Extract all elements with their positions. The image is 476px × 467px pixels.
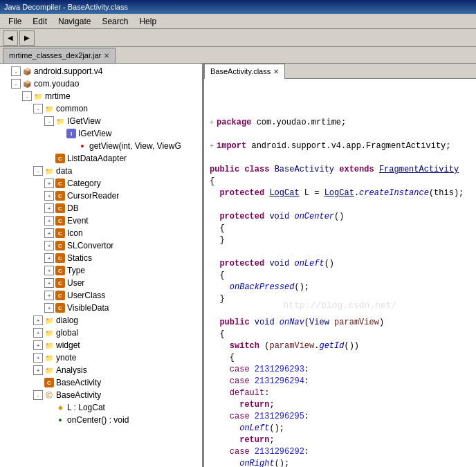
tree-toggle[interactable]: + [44,278,54,288]
line-plus[interactable]: + [210,143,214,150]
tree-toggle[interactable]: + [33,328,43,338]
tree-toggle[interactable]: + [44,216,54,226]
tree-toggle-spacer [44,154,54,163]
tree-node-com-youdao[interactable]: - 📦 com.youdao [0,77,202,90]
tree-node-ynote[interactable]: + 📁 ynote [0,351,202,364]
folder-icon: 📁 [44,365,54,375]
tree-toggle[interactable]: + [33,315,43,325]
tree-toggle-spacer [44,403,54,412]
tree-node-statics[interactable]: + C Statics [0,252,202,264]
tree-toggle[interactable]: + [44,241,54,250]
tree-node-global[interactable]: + 📁 global [0,327,202,339]
code-tab-label: BaseActivity.class [210,67,271,75]
tree-node-baseactivity-expanded[interactable]: - © BaseActivity [0,389,202,401]
tree-label: global [56,328,78,338]
code-area: http://blog.csdn.net/ +package com.youda… [204,79,476,467]
tree-label: ynote [56,353,76,363]
tree-toggle[interactable]: + [33,340,43,350]
watermark: http://blog.csdn.net/ [284,300,397,311]
tree-node-visibledata[interactable]: + C VisibleData [0,302,202,314]
tree-label: SLConvertor [67,241,113,250]
tree-toggle[interactable]: + [44,253,54,263]
tree-node-event[interactable]: + C Event [0,214,202,227]
menu-search[interactable]: Search [96,15,134,28]
menu-help[interactable]: Help [134,15,162,28]
tree-node-user[interactable]: + C User [0,277,202,289]
tree-node-category[interactable]: + C Category [0,177,202,190]
class-icon: C [55,266,65,275]
open-files-bar: mrtime_classes_dex2jar.jar ✕ [0,47,476,64]
tree-node-db[interactable]: + C DB [0,202,202,214]
code-tab-close[interactable]: ✕ [273,68,279,75]
tree-node-data[interactable]: - 📁 data [0,165,202,177]
menu-file[interactable]: File [3,15,27,28]
tree-label: Type [67,266,85,275]
package-icon: 📦 [22,79,32,89]
menu-edit[interactable]: Edit [27,15,53,28]
tree-toggle[interactable]: + [44,228,54,238]
tree-toggle[interactable]: + [44,303,54,313]
menu-navigate[interactable]: Navigate [53,15,96,28]
tree-node-baseactivity-class[interactable]: C BaseActivity [0,376,202,389]
tree-label: BaseActivity [56,378,101,387]
class-icon: C [55,203,65,213]
tree-node-listdataadapter[interactable]: C ListDataAdapter [0,152,202,165]
tree-node-analysis[interactable]: + 📁 Analysis [0,364,202,376]
tree-toggle[interactable]: + [44,266,54,275]
tree-label: com.youdao [34,79,79,89]
tree-label: L : LogCat [67,403,105,412]
folder-icon: 📁 [44,340,54,350]
package-icon: 📦 [22,66,32,76]
tree-label: BaseActivity [56,390,101,400]
class-icon: C [55,241,65,250]
tree-node-dialog[interactable]: + 📁 dialog [0,314,202,327]
left-panel[interactable]: - 📦 android.support.v4 - 📦 com.youdao - … [0,64,204,467]
tree-toggle[interactable]: + [33,353,43,363]
folder-icon: 📁 [44,315,54,325]
tree-toggle[interactable]: + [44,203,54,213]
forward-button[interactable]: ▶ [19,30,35,46]
tree-label: Event [67,216,89,226]
tree-node-widget[interactable]: + 📁 widget [0,339,202,351]
tree-node-l-logcat[interactable]: ◆ L : LogCat [0,401,202,414]
code-tab-baseactivity[interactable]: BaseActivity.class ✕ [204,64,285,79]
tree-toggle[interactable]: - [33,166,43,176]
tree-toggle[interactable]: + [44,178,54,188]
tree-toggle[interactable]: + [44,291,54,300]
tree-node-mrtime[interactable]: - 📁 mrtime [0,90,202,102]
tree-toggle[interactable]: + [33,365,43,375]
tree-toggle[interactable]: - [11,79,21,89]
tree-node-type[interactable]: + C Type [0,264,202,277]
tree-toggle[interactable]: - [11,66,21,76]
tree-toggle[interactable]: - [33,104,43,113]
tree-node-igetview-folder[interactable]: - 📁 IGetView [0,115,202,127]
tree-label: data [56,166,72,176]
method-icon: ● [77,141,87,151]
class-icon: C [44,378,54,387]
right-panel[interactable]: BaseActivity.class ✕ http://blog.csdn.ne… [204,64,476,467]
tree-node-common[interactable]: - 📁 common [0,102,202,115]
data-children: + C Category + C CursorReader + C DB [0,177,202,314]
tree-node-oncenter[interactable]: ● onCenter() : void [0,414,202,426]
tree-node-getview-method[interactable]: ● getView(int, View, ViewG [0,140,202,152]
tree-node-igetview-interface[interactable]: I IGetView [0,127,202,140]
tree-toggle[interactable]: - [33,390,43,400]
file-tab-jar[interactable]: mrtime_classes_dex2jar.jar ✕ [3,48,116,63]
tree-node-icon[interactable]: + C Icon [0,227,202,239]
tree-node-cursorreader[interactable]: + C CursorReader [0,190,202,202]
file-tab-jar-close[interactable]: ✕ [104,52,109,59]
class-icon: C [55,253,65,263]
tree-node-slconvertor[interactable]: + C SLConvertor [0,239,202,252]
tree-node-userclass[interactable]: + C UserClass [0,289,202,302]
line-plus[interactable]: + [210,119,214,127]
tree-toggle[interactable]: - [44,116,54,126]
tree-toggle[interactable]: - [22,91,32,101]
folder-icon: 📁 [44,104,54,113]
back-button[interactable]: ◀ [3,30,18,46]
tree-toggle[interactable]: + [44,191,54,201]
tree-label: User [67,278,84,288]
menu-bar: File Edit Navigate Search Help [0,14,476,29]
class-icon: C [55,278,65,288]
tree-node-android-support[interactable]: - 📦 android.support.v4 [0,65,202,77]
folder-icon: 📁 [44,328,54,338]
